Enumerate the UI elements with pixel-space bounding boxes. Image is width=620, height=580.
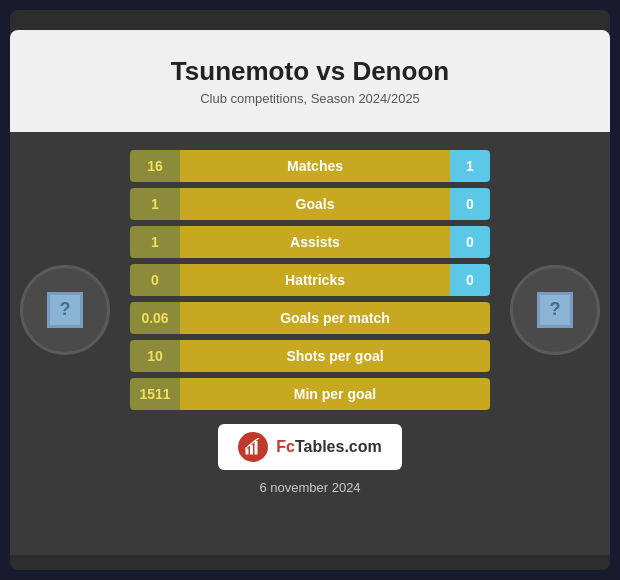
stat-left-assists: 1 <box>130 226 180 258</box>
stat-left-goals: 1 <box>130 188 180 220</box>
page-title: Tsunemoto vs Denoon <box>30 44 590 91</box>
stat-row-min-per-goal: 1511 Min per goal <box>130 378 490 410</box>
avatar-right-icon: ? <box>537 292 573 328</box>
stat-row-matches: 16 Matches 1 <box>130 150 490 182</box>
stat-label-matches: Matches <box>180 150 450 182</box>
stat-left-goals-per-match: 0.06 <box>130 302 180 334</box>
content-section: ? ? 16 Matches 1 1 Goals 0 1 Assists <box>10 132 610 555</box>
stat-right-hattricks: 0 <box>450 264 490 296</box>
stat-left-hattricks: 0 <box>130 264 180 296</box>
avatar-right: ? <box>510 265 600 355</box>
stat-left-matches: 16 <box>130 150 180 182</box>
stat-left-min-per-goal: 1511 <box>130 378 180 410</box>
stat-label-shots-per-goal: Shots per goal <box>180 340 490 372</box>
logo-area: FcTables.com <box>218 424 402 470</box>
stat-label-min-per-goal: Min per goal <box>180 378 490 410</box>
logo-fc: Fc <box>276 438 295 455</box>
svg-rect-0 <box>246 449 249 455</box>
avatar-left-icon: ? <box>47 292 83 328</box>
stat-left-shots-per-goal: 10 <box>130 340 180 372</box>
logo-icon <box>238 432 268 462</box>
avatar-left: ? <box>20 265 110 355</box>
stat-right-assists: 0 <box>450 226 490 258</box>
stat-right-goals: 0 <box>450 188 490 220</box>
stat-row-goals-per-match: 0.06 Goals per match <box>130 302 490 334</box>
stat-label-goals-per-match: Goals per match <box>180 302 490 334</box>
page-subtitle: Club competitions, Season 2024/2025 <box>30 91 590 118</box>
svg-rect-2 <box>255 441 258 455</box>
chart-icon <box>244 438 262 456</box>
card: Tsunemoto vs Denoon Club competitions, S… <box>10 10 610 570</box>
stat-label-assists: Assists <box>180 226 450 258</box>
stat-label-hattricks: Hattricks <box>180 264 450 296</box>
date-text: 6 november 2024 <box>259 480 360 495</box>
stat-label-goals: Goals <box>180 188 450 220</box>
stat-right-matches: 1 <box>450 150 490 182</box>
stat-row-goals: 1 Goals 0 <box>130 188 490 220</box>
header-section: Tsunemoto vs Denoon Club competitions, S… <box>10 30 610 132</box>
stat-row-assists: 1 Assists 0 <box>130 226 490 258</box>
stat-row-shots-per-goal: 10 Shots per goal <box>130 340 490 372</box>
svg-rect-1 <box>250 445 253 455</box>
stats-container: 16 Matches 1 1 Goals 0 1 Assists 0 0 Hat… <box>130 150 490 410</box>
stat-row-hattricks: 0 Hattricks 0 <box>130 264 490 296</box>
logo-text: FcTables.com <box>276 438 382 456</box>
